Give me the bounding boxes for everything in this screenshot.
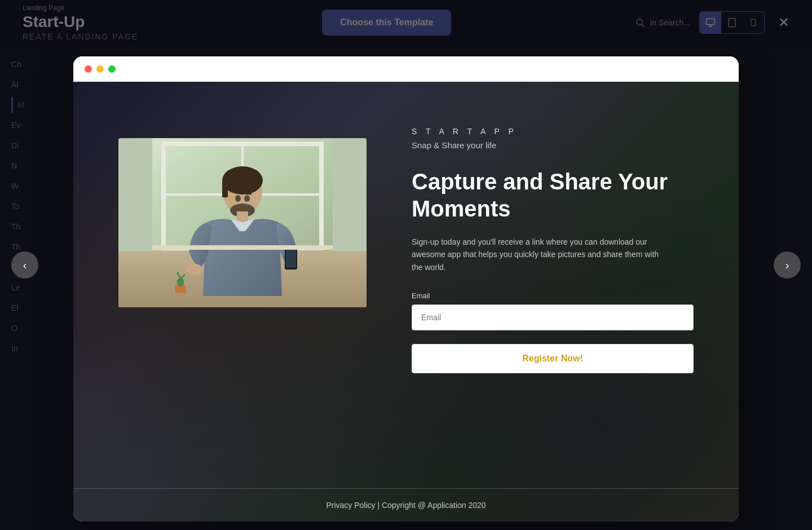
svg-rect-19 xyxy=(246,179,251,195)
modal-footer: Privacy Policy | Copyright @ Application… xyxy=(73,488,739,522)
maximize-dot xyxy=(108,65,116,73)
hero-heading-line2: Moments xyxy=(412,196,511,221)
modal-titlebar xyxy=(73,56,739,82)
close-dot xyxy=(85,65,92,73)
email-input[interactable] xyxy=(412,304,694,330)
svg-rect-29 xyxy=(152,245,333,250)
minimize-dot xyxy=(96,65,104,73)
svg-point-24 xyxy=(187,264,202,275)
hero-image xyxy=(118,138,367,307)
hero-heading-line1: Capture and Share Your xyxy=(412,169,668,194)
register-button[interactable]: Register Now! xyxy=(412,344,694,373)
hero-image-svg xyxy=(118,138,367,307)
modal-body: S T A R T A P P Snap & Share your life C… xyxy=(73,82,739,522)
footer-text: Privacy Policy | Copyright @ Application… xyxy=(326,501,486,510)
modal-main-content: S T A R T A P P Snap & Share your life C… xyxy=(73,82,739,488)
app-tagline: S T A R T A P P xyxy=(412,127,694,136)
prev-template-button[interactable]: ‹ xyxy=(11,251,38,279)
svg-rect-26 xyxy=(177,278,184,286)
template-preview-modal: S T A R T A P P Snap & Share your life C… xyxy=(73,56,739,522)
svg-rect-21 xyxy=(237,211,248,223)
svg-point-30 xyxy=(244,195,250,202)
next-template-button[interactable]: › xyxy=(774,251,801,279)
svg-rect-23 xyxy=(286,250,296,268)
hero-heading: Capture and Share Your Moments xyxy=(412,168,694,222)
svg-rect-18 xyxy=(222,180,228,197)
svg-point-31 xyxy=(235,195,241,202)
hero-text: S T A R T A P P Snap & Share your life C… xyxy=(412,116,694,373)
email-label: Email xyxy=(412,292,694,300)
svg-point-17 xyxy=(222,166,263,195)
email-form-group: Email xyxy=(412,292,694,330)
hero-description: Sign-up today and you'll receive a link … xyxy=(412,236,671,273)
app-subtitle: Snap & Share your life xyxy=(412,140,694,150)
